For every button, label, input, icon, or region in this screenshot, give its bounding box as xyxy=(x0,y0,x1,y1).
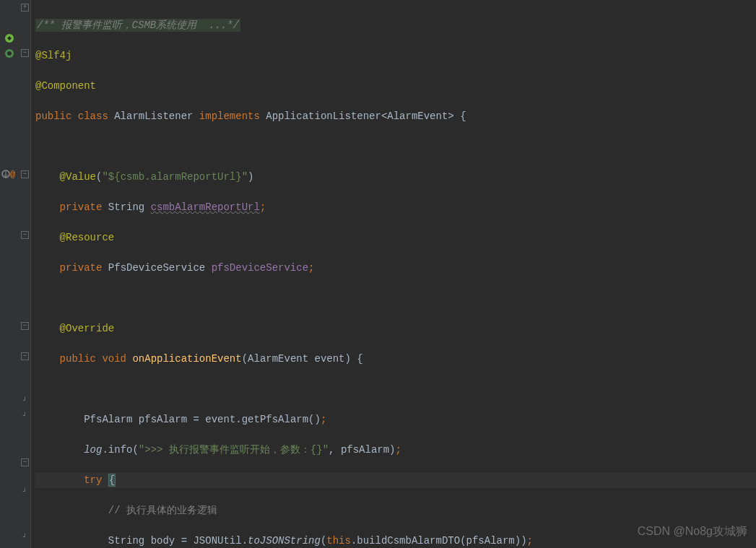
fold-end-icon[interactable]: ┘ xyxy=(21,534,29,542)
class-declaration: public class AlarmListener implements Ap… xyxy=(35,109,756,124)
annotation-component: @Component xyxy=(35,80,96,92)
annotation-override: @Override xyxy=(60,323,115,334)
doc-comment: /** 报警事件监听，CSMB系统使用 ...*/ xyxy=(35,19,240,32)
fold-expand-icon[interactable]: + xyxy=(21,4,29,12)
fold-collapse-icon[interactable]: − xyxy=(21,231,29,239)
stmt-log-start: log.info(">>> 执行报警事件监听开始，参数：{}", pfsAlar… xyxy=(35,443,756,458)
comment-logic: // 执行具体的业务逻辑 xyxy=(108,505,217,516)
watermark-text: CSDN @No8g攻城狮 xyxy=(638,524,747,539)
fold-collapse-icon[interactable]: − xyxy=(21,322,29,330)
fold-gutter: + − − − − − ┘ ┘ − ┘ ┘ xyxy=(20,0,31,548)
method-declaration: public void onApplicationEvent(AlarmEven… xyxy=(35,352,756,367)
annotation-resource: @Resource xyxy=(60,232,115,243)
spring-bean-icon[interactable] xyxy=(4,33,16,45)
fold-collapse-icon[interactable]: − xyxy=(21,352,29,360)
fold-collapse-icon[interactable]: − xyxy=(21,49,29,57)
value-annotation: @Value("${csmb.alarmReportUrl}") xyxy=(35,170,756,185)
field-csmb-url: private String csmbAlarmReportUrl; xyxy=(35,200,756,215)
gutter-icons: @ xyxy=(0,0,20,548)
fold-collapse-icon[interactable]: − xyxy=(21,170,29,178)
inherit-icon[interactable] xyxy=(4,48,16,60)
svg-point-2 xyxy=(7,51,12,56)
stmt-pfs-alarm: PfsAlarm pfsAlarm = event.getPfsAlarm(); xyxy=(35,412,756,427)
fold-end-icon[interactable]: ┘ xyxy=(21,413,29,421)
annotation-slf4j: @Slf4j xyxy=(35,50,71,61)
fold-collapse-icon[interactable]: − xyxy=(21,458,29,466)
code-content[interactable]: /** 报警事件监听，CSMB系统使用 ...*/ @Slf4j @Compon… xyxy=(31,0,756,548)
fold-end-icon[interactable]: ┘ xyxy=(21,398,29,406)
fold-end-icon[interactable]: ┘ xyxy=(21,489,29,497)
code-editor[interactable]: @ + − − − − − ┘ ┘ − ┘ ┘ /** 报警事件监听，CSMB系… xyxy=(0,0,756,548)
field-pfs-service: private PfsDeviceService pfsDeviceServic… xyxy=(35,261,756,276)
stmt-try: try { xyxy=(35,473,756,488)
